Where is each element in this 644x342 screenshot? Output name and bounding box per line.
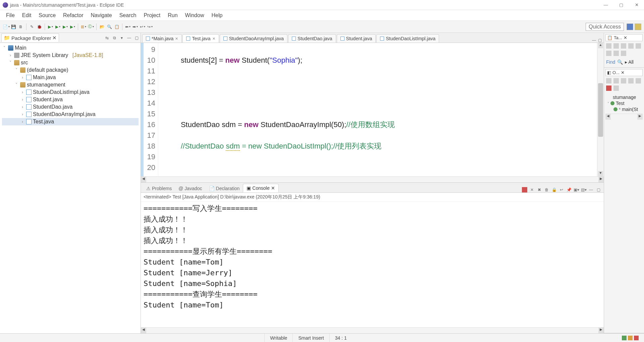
editor-tab-list[interactable]: StudenDaoListImpl.java: [376, 34, 439, 43]
save-all-button[interactable]: 🗎: [17, 23, 24, 30]
new-class-button[interactable]: Ⓒ: [88, 23, 94, 30]
remove-all-button[interactable]: ✖: [537, 187, 542, 192]
menu-window[interactable]: Window: [182, 11, 208, 20]
debug-icon[interactable]: 🐞: [36, 23, 43, 30]
back-nav-button[interactable]: ⬅: [124, 23, 131, 30]
tree-stu-pkg[interactable]: stumanagement: [27, 82, 65, 88]
perspective-other-button[interactable]: [635, 23, 641, 30]
scroll-left-icon[interactable]: ◀: [141, 328, 146, 333]
minimize-view-button[interactable]: —: [126, 35, 132, 41]
toggle-highlight-button[interactable]: ✎: [29, 23, 35, 30]
task-tool-icon[interactable]: [613, 51, 619, 56]
menu-search[interactable]: Search: [116, 11, 140, 20]
coverage-button[interactable]: ▶: [62, 23, 68, 30]
save-button[interactable]: 💾: [10, 23, 17, 30]
tree-default-pkg[interactable]: (default package): [27, 67, 68, 73]
menu-file[interactable]: File: [3, 11, 18, 20]
task-all-filter[interactable]: ▸ All: [625, 59, 634, 65]
task-tool-icon[interactable]: [628, 43, 634, 49]
console-horizontal-scrollbar[interactable]: ◀▶: [141, 327, 604, 333]
minimize-button[interactable]: —: [601, 2, 610, 7]
code-editor[interactable]: 91011121314151617181920 students[2] = ne…: [141, 43, 604, 176]
find-input[interactable]: Find: [606, 59, 615, 65]
word-wrap-button[interactable]: ↩: [559, 187, 564, 192]
tree-file-3[interactable]: StudentDao.java: [33, 104, 72, 110]
tree-src[interactable]: src: [21, 60, 28, 66]
console-maximize-button[interactable]: ▢: [596, 187, 601, 192]
status-icon[interactable]: [622, 336, 627, 340]
outline-tool-icon[interactable]: [636, 78, 641, 83]
task-tool-icon[interactable]: [621, 43, 626, 49]
menu-refactor[interactable]: Refactor: [60, 11, 87, 20]
view-menu-button[interactable]: ▾: [119, 35, 124, 41]
scroll-left-icon[interactable]: ◀: [141, 177, 146, 182]
terminate-button[interactable]: [522, 187, 527, 192]
outline-tool-icon[interactable]: [628, 78, 634, 83]
task-list-tab[interactable]: 📋 Ta... ✕: [605, 34, 643, 41]
editor-horizontal-scrollbar[interactable]: ◀ ▶: [141, 176, 604, 182]
tab-console[interactable]: ▣ Console ✕: [243, 184, 278, 192]
outline-tool-icon[interactable]: [613, 86, 619, 91]
editor-vertical-scrollbar[interactable]: ▲ ▼: [597, 43, 604, 176]
menu-edit[interactable]: Edit: [19, 11, 35, 20]
open-type-button[interactable]: 📂: [99, 23, 105, 30]
scroll-right-icon[interactable]: ▶: [637, 114, 643, 120]
status-icon[interactable]: [634, 336, 639, 340]
pin-console-button[interactable]: 📌: [566, 187, 572, 192]
tab-declaration[interactable]: 📄 Declaration: [206, 184, 243, 192]
editor-tab-main[interactable]: *Main.java✕: [142, 34, 182, 43]
package-explorer-tree[interactable]: ˅Main ›JRE System Library [JavaSE-1.8] ˅…: [0, 43, 141, 333]
outline-tool-icon[interactable]: [613, 78, 619, 83]
outline-scrollbar[interactable]: ◀▶: [605, 114, 643, 120]
menu-navigate[interactable]: Navigate: [88, 11, 115, 20]
scroll-left-icon[interactable]: ◀: [605, 114, 611, 120]
quick-access-input[interactable]: Quick Access: [586, 23, 624, 31]
outline-tool-icon[interactable]: [621, 78, 626, 83]
tab-problems[interactable]: ⚠ Problems: [143, 184, 175, 192]
editor-tab-array[interactable]: StudentDaoArrayImpl.java: [220, 34, 287, 43]
external-tools-button[interactable]: ▶: [69, 23, 76, 30]
outline-tool-icon[interactable]: [606, 78, 611, 83]
editor-tab-dao[interactable]: StudentDao.java: [288, 34, 336, 43]
outline-tab[interactable]: ◧ O... ✕: [605, 69, 643, 76]
task-tool-icon[interactable]: [636, 43, 641, 49]
menu-source[interactable]: Source: [35, 11, 59, 20]
tree-file-5[interactable]: Test.java: [33, 119, 54, 125]
task-tool-icon[interactable]: [613, 43, 619, 49]
editor-minimize-icon[interactable]: —: [592, 38, 596, 43]
link-editor-button[interactable]: ⧉: [112, 35, 117, 41]
editor-tab-student[interactable]: Student.java: [337, 34, 376, 43]
maximize-button[interactable]: ▢: [616, 2, 626, 7]
maximize-view-button[interactable]: ▢: [134, 35, 139, 41]
status-icon[interactable]: [628, 336, 633, 340]
scroll-thumb[interactable]: [598, 83, 603, 137]
tree-jre[interactable]: JRE System Library: [21, 52, 68, 58]
task-button[interactable]: 📋: [113, 23, 120, 30]
close-button[interactable]: ✕: [632, 2, 641, 7]
run-button[interactable]: ▶: [47, 23, 54, 30]
open-console-button[interactable]: ▤▾: [581, 187, 586, 192]
last-edit-button[interactable]: ↩: [139, 23, 146, 30]
new-button[interactable]: 📄: [3, 23, 9, 30]
collapse-all-button[interactable]: ⇆: [104, 35, 110, 41]
console-minimize-button[interactable]: —: [588, 187, 594, 192]
menu-run[interactable]: Run: [164, 11, 181, 20]
forward-nav-button[interactable]: ➡: [132, 23, 139, 30]
close-tab-icon[interactable]: ✕: [175, 37, 178, 41]
search-button[interactable]: 🔍: [106, 23, 113, 30]
package-explorer-tab[interactable]: 📁 Package Explorer ✕: [1, 34, 59, 42]
editor-tab-test[interactable]: Test.java✕: [182, 34, 219, 43]
tree-main-java[interactable]: Main.java: [33, 74, 56, 80]
scroll-down-icon[interactable]: ▼: [598, 171, 603, 176]
menu-project[interactable]: Project: [140, 11, 164, 20]
scroll-up-icon[interactable]: ▲: [598, 43, 603, 48]
close-tab-icon[interactable]: ✕: [212, 37, 215, 41]
editor-maximize-icon[interactable]: ▢: [598, 38, 602, 43]
next-annotation-button[interactable]: ↪: [147, 23, 153, 30]
remove-launch-button[interactable]: ✕: [529, 187, 535, 192]
outline-tool-icon[interactable]: [606, 86, 611, 91]
display-console-button[interactable]: ▣▾: [574, 187, 579, 192]
close-tab-icon[interactable]: ✕: [271, 185, 275, 191]
tab-javadoc[interactable]: @ Javadoc: [175, 184, 205, 192]
scroll-right-icon[interactable]: ▶: [598, 328, 604, 333]
